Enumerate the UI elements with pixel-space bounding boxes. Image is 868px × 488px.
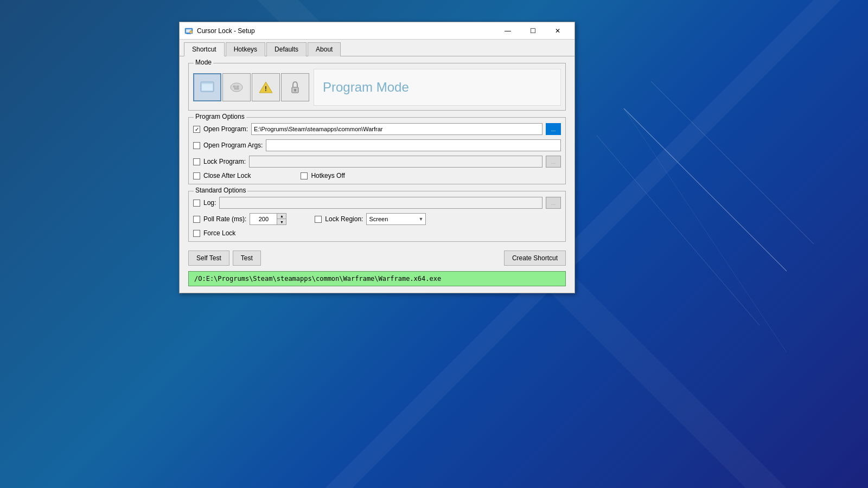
hotkeys-off-checkbox[interactable] — [301, 172, 308, 179]
svg-line-2 — [597, 136, 760, 325]
svg-rect-12 — [202, 83, 213, 91]
restore-button[interactable]: ☐ — [520, 22, 545, 40]
force-lock-label: Force Lock — [203, 229, 235, 237]
self-test-button[interactable]: Self Test — [188, 251, 229, 266]
force-lock-row: Force Lock — [193, 229, 561, 237]
svg-rect-6 — [188, 33, 190, 34]
minimize-button[interactable]: — — [495, 22, 520, 40]
tab-hotkeys[interactable]: Hotkeys — [226, 42, 265, 56]
poll-lock-row: Poll Rate (ms): ▲ ▼ Lock Region: Screen … — [193, 213, 561, 225]
standard-options-label: Standard Options — [194, 187, 247, 194]
tab-content: Mode — [180, 56, 575, 293]
spinner-down-button[interactable]: ▼ — [277, 219, 286, 224]
log-input — [219, 197, 542, 209]
main-window: Cursor Lock - Setup — ☐ ✕ Shortcut Hotke… — [179, 22, 575, 293]
lock-region-checkbox[interactable] — [315, 216, 322, 223]
log-browse: ... — [546, 197, 561, 209]
program-mode-text: Program Mode — [323, 80, 409, 95]
app-icon — [184, 26, 194, 36]
log-label: Log: — [203, 199, 216, 207]
lock-region-dropdown[interactable]: Screen ▼ — [366, 213, 426, 225]
open-program-browse[interactable]: ... — [546, 123, 561, 135]
log-checkbox[interactable] — [193, 200, 200, 207]
mode-icons: ! — [193, 73, 309, 101]
lock-program-browse: ... — [546, 156, 561, 168]
lock-program-checkbox[interactable] — [193, 158, 200, 165]
tab-defaults[interactable]: Defaults — [266, 42, 307, 56]
dropdown-arrow-icon: ▼ — [418, 216, 423, 222]
mode-label: Mode — [194, 59, 213, 66]
tab-shortcut[interactable]: Shortcut — [184, 42, 225, 56]
log-row: Log: ... — [193, 197, 561, 209]
svg-line-1 — [651, 81, 814, 244]
lock-program-label: Lock Program: — [203, 158, 246, 165]
mode-btn-fullscreen[interactable] — [193, 73, 221, 101]
force-lock-checkbox[interactable] — [193, 230, 200, 237]
open-program-args-input[interactable] — [266, 139, 561, 151]
open-program-label: Open Program: — [203, 125, 248, 133]
open-program-row: Open Program: ... — [193, 123, 561, 135]
svg-text:!: ! — [265, 85, 267, 93]
close-after-lock-checkbox[interactable] — [193, 172, 200, 179]
mode-btn-keyboard[interactable] — [222, 73, 251, 101]
status-text: /O:E:\Progrums\Steam\steamapps\common\Wa… — [194, 275, 441, 282]
close-button[interactable]: ✕ — [545, 22, 570, 40]
svg-rect-13 — [202, 83, 213, 84]
hotkeys-off-label: Hotkeys Off — [311, 172, 344, 179]
window-controls: — ☐ ✕ — [495, 22, 570, 40]
spinner-controls: ▲ ▼ — [277, 213, 286, 225]
test-button[interactable]: Test — [233, 251, 261, 266]
open-program-args-checkbox[interactable] — [193, 142, 200, 149]
svg-line-0 — [624, 108, 787, 271]
lock-region-value: Screen — [369, 216, 388, 222]
svg-rect-10 — [190, 30, 192, 31]
status-bar: /O:E:\Progrums\Steam\steamapps\common\Wa… — [188, 271, 566, 286]
window-title: Cursor Lock - Setup — [197, 27, 495, 35]
open-program-args-row: Open Program Args: — [193, 139, 561, 151]
svg-rect-15 — [233, 86, 235, 87]
open-program-input[interactable] — [251, 123, 542, 135]
mode-btn-lock[interactable] — [281, 73, 309, 101]
open-program-checkbox[interactable] — [193, 126, 200, 133]
title-bar: Cursor Lock - Setup — ☐ ✕ — [180, 22, 575, 40]
mode-display: Program Mode — [314, 69, 561, 106]
mode-btn-warning[interactable]: ! — [252, 73, 280, 101]
poll-rate-input[interactable] — [250, 213, 277, 225]
extra-options-row: Close After Lock Hotkeys Off — [193, 172, 561, 179]
create-shortcut-button[interactable]: Create Shortcut — [504, 251, 566, 266]
poll-rate-label: Poll Rate (ms): — [203, 215, 246, 223]
svg-line-3 — [624, 108, 787, 352]
spinner-up-button[interactable]: ▲ — [277, 214, 286, 219]
close-after-lock-label: Close After Lock — [203, 172, 251, 179]
footer-buttons: Self Test Test Create Shortcut — [188, 246, 566, 269]
tab-bar: Shortcut Hotkeys Defaults About — [180, 40, 575, 56]
tab-about[interactable]: About — [308, 42, 341, 56]
lock-program-input — [249, 156, 542, 168]
svg-rect-17 — [234, 88, 239, 89]
lock-region-label: Lock Region: — [325, 215, 363, 223]
svg-rect-16 — [237, 86, 239, 87]
lock-program-row: Lock Program: ... — [193, 156, 561, 168]
poll-rate-checkbox[interactable] — [193, 216, 200, 223]
svg-rect-7 — [187, 34, 191, 34]
program-options-label: Program Options — [194, 113, 246, 120]
open-program-args-label: Open Program Args: — [203, 142, 263, 149]
poll-rate-spinner: ▲ ▼ — [250, 213, 286, 225]
